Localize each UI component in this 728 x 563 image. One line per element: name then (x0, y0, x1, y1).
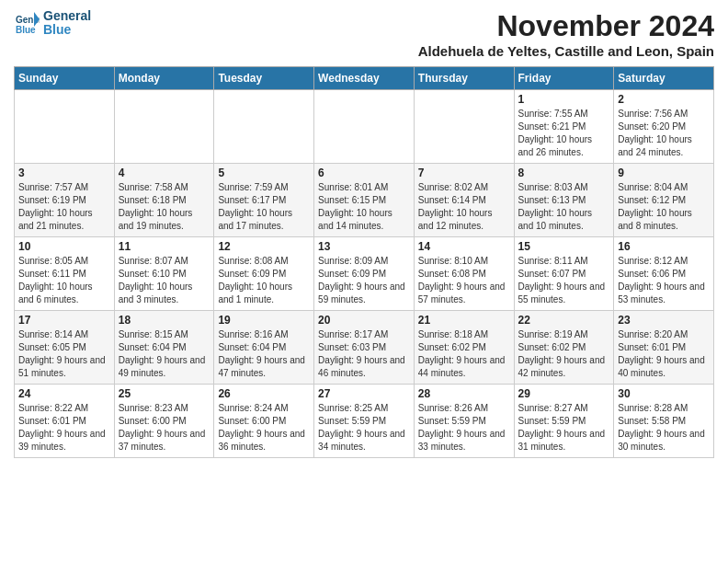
day-info: Sunrise: 8:18 AM Sunset: 6:02 PM Dayligh… (418, 328, 510, 380)
day-number: 30 (618, 387, 710, 400)
day-number: 22 (518, 314, 610, 327)
calendar-cell: 20Sunrise: 8:17 AM Sunset: 6:03 PM Dayli… (314, 311, 415, 385)
weekday-header-thursday: Thursday (414, 67, 514, 90)
weekday-header-sunday: Sunday (15, 67, 115, 90)
day-info: Sunrise: 8:15 AM Sunset: 6:04 PM Dayligh… (119, 328, 210, 380)
day-info: Sunrise: 7:57 AM Sunset: 6:19 PM Dayligh… (18, 181, 110, 233)
day-number: 14 (418, 240, 510, 253)
calendar-cell: 19Sunrise: 8:16 AM Sunset: 6:04 PM Dayli… (214, 311, 314, 385)
calendar-cell: 2Sunrise: 7:56 AM Sunset: 6:20 PM Daylig… (614, 90, 714, 164)
day-info: Sunrise: 8:09 AM Sunset: 6:09 PM Dayligh… (318, 255, 410, 306)
day-info: Sunrise: 8:05 AM Sunset: 6:11 PM Dayligh… (18, 255, 110, 306)
day-number: 5 (218, 167, 310, 179)
calendar-cell: 8Sunrise: 8:03 AM Sunset: 6:13 PM Daylig… (514, 164, 614, 237)
day-info: Sunrise: 8:22 AM Sunset: 6:01 PM Dayligh… (18, 402, 110, 454)
day-number: 20 (318, 314, 410, 327)
day-number: 23 (618, 314, 710, 327)
day-number: 21 (418, 314, 510, 327)
calendar-cell: 26Sunrise: 8:24 AM Sunset: 6:00 PM Dayli… (214, 385, 314, 458)
calendar-cell: 30Sunrise: 8:28 AM Sunset: 5:58 PM Dayli… (614, 385, 714, 458)
calendar-cell: 7Sunrise: 8:02 AM Sunset: 6:14 PM Daylig… (414, 164, 514, 237)
calendar-cell: 22Sunrise: 8:19 AM Sunset: 6:02 PM Dayli… (514, 311, 614, 385)
weekday-header-saturday: Saturday (614, 67, 714, 90)
calendar-cell: 27Sunrise: 8:25 AM Sunset: 5:59 PM Dayli… (314, 385, 415, 458)
day-info: Sunrise: 8:02 AM Sunset: 6:14 PM Dayligh… (418, 181, 510, 233)
calendar-cell: 10Sunrise: 8:05 AM Sunset: 6:11 PM Dayli… (15, 237, 115, 311)
day-info: Sunrise: 8:01 AM Sunset: 6:15 PM Dayligh… (318, 181, 410, 233)
day-info: Sunrise: 8:03 AM Sunset: 6:13 PM Dayligh… (518, 181, 610, 233)
day-info: Sunrise: 8:14 AM Sunset: 6:05 PM Dayligh… (18, 328, 110, 380)
day-info: Sunrise: 8:12 AM Sunset: 6:06 PM Dayligh… (618, 255, 710, 306)
weekday-header-tuesday: Tuesday (214, 67, 314, 90)
day-info: Sunrise: 8:10 AM Sunset: 6:08 PM Dayligh… (418, 255, 510, 306)
day-number: 2 (618, 93, 710, 106)
calendar-cell: 25Sunrise: 8:23 AM Sunset: 6:00 PM Dayli… (114, 385, 214, 458)
calendar-cell (414, 90, 514, 164)
logo: General Blue General Blue (14, 9, 91, 38)
day-number: 10 (18, 240, 110, 253)
day-number: 16 (618, 240, 710, 253)
weekday-header-monday: Monday (114, 67, 214, 90)
day-number: 1 (518, 93, 610, 106)
logo-icon: General Blue (14, 10, 40, 36)
calendar-cell: 1Sunrise: 7:55 AM Sunset: 6:21 PM Daylig… (514, 90, 614, 164)
day-info: Sunrise: 8:17 AM Sunset: 6:03 PM Dayligh… (318, 328, 410, 380)
day-info: Sunrise: 8:23 AM Sunset: 6:00 PM Dayligh… (119, 402, 210, 454)
day-number: 8 (518, 167, 610, 179)
calendar-table: SundayMondayTuesdayWednesdayThursdayFrid… (14, 66, 714, 458)
day-number: 6 (318, 167, 410, 179)
calendar-cell: 4Sunrise: 7:58 AM Sunset: 6:18 PM Daylig… (114, 164, 214, 237)
calendar-cell (214, 90, 314, 164)
calendar-cell: 3Sunrise: 7:57 AM Sunset: 6:19 PM Daylig… (15, 164, 115, 237)
day-info: Sunrise: 8:24 AM Sunset: 6:00 PM Dayligh… (218, 402, 310, 454)
day-info: Sunrise: 8:28 AM Sunset: 5:58 PM Dayligh… (618, 402, 710, 454)
calendar-cell (15, 90, 115, 164)
calendar-cell: 6Sunrise: 8:01 AM Sunset: 6:15 PM Daylig… (314, 164, 415, 237)
calendar-cell: 15Sunrise: 8:11 AM Sunset: 6:07 PM Dayli… (514, 237, 614, 311)
day-number: 29 (518, 387, 610, 400)
day-info: Sunrise: 7:59 AM Sunset: 6:17 PM Dayligh… (218, 181, 310, 233)
calendar-cell: 29Sunrise: 8:27 AM Sunset: 5:59 PM Dayli… (514, 385, 614, 458)
month-title: November 2024 (418, 9, 714, 43)
logo-text: General Blue (43, 9, 91, 38)
day-info: Sunrise: 8:19 AM Sunset: 6:02 PM Dayligh… (518, 328, 610, 380)
day-number: 17 (18, 314, 110, 327)
day-info: Sunrise: 8:04 AM Sunset: 6:12 PM Dayligh… (618, 181, 710, 233)
day-number: 9 (618, 167, 710, 179)
day-number: 4 (119, 167, 210, 179)
day-info: Sunrise: 8:08 AM Sunset: 6:09 PM Dayligh… (218, 255, 310, 306)
calendar-cell (314, 90, 415, 164)
day-info: Sunrise: 8:20 AM Sunset: 6:01 PM Dayligh… (618, 328, 710, 380)
day-info: Sunrise: 8:27 AM Sunset: 5:59 PM Dayligh… (518, 402, 610, 454)
day-number: 12 (218, 240, 310, 253)
calendar-cell: 14Sunrise: 8:10 AM Sunset: 6:08 PM Dayli… (414, 237, 514, 311)
calendar-cell: 12Sunrise: 8:08 AM Sunset: 6:09 PM Dayli… (214, 237, 314, 311)
day-number: 11 (119, 240, 210, 253)
day-info: Sunrise: 7:58 AM Sunset: 6:18 PM Dayligh… (119, 181, 210, 233)
day-number: 26 (218, 387, 310, 400)
calendar-cell: 24Sunrise: 8:22 AM Sunset: 6:01 PM Dayli… (15, 385, 115, 458)
day-info: Sunrise: 8:26 AM Sunset: 5:59 PM Dayligh… (418, 402, 510, 454)
day-info: Sunrise: 7:56 AM Sunset: 6:20 PM Dayligh… (618, 108, 710, 159)
day-number: 25 (119, 387, 210, 400)
calendar-cell: 17Sunrise: 8:14 AM Sunset: 6:05 PM Dayli… (15, 311, 115, 385)
calendar-cell: 28Sunrise: 8:26 AM Sunset: 5:59 PM Dayli… (414, 385, 514, 458)
day-number: 27 (318, 387, 410, 400)
day-number: 18 (119, 314, 210, 327)
day-info: Sunrise: 8:11 AM Sunset: 6:07 PM Dayligh… (518, 255, 610, 306)
calendar-cell: 23Sunrise: 8:20 AM Sunset: 6:01 PM Dayli… (614, 311, 714, 385)
calendar-cell: 11Sunrise: 8:07 AM Sunset: 6:10 PM Dayli… (114, 237, 214, 311)
day-number: 28 (418, 387, 510, 400)
calendar-cell: 16Sunrise: 8:12 AM Sunset: 6:06 PM Dayli… (614, 237, 714, 311)
day-number: 7 (418, 167, 510, 179)
calendar-cell: 18Sunrise: 8:15 AM Sunset: 6:04 PM Dayli… (114, 311, 214, 385)
day-number: 24 (18, 387, 110, 400)
day-number: 19 (218, 314, 310, 327)
calendar-cell (114, 90, 214, 164)
day-info: Sunrise: 8:16 AM Sunset: 6:04 PM Dayligh… (218, 328, 310, 380)
weekday-header-friday: Friday (514, 67, 614, 90)
title-section: November 2024 Aldehuela de Yeltes, Casti… (418, 9, 714, 59)
day-info: Sunrise: 8:25 AM Sunset: 5:59 PM Dayligh… (318, 402, 410, 454)
day-info: Sunrise: 7:55 AM Sunset: 6:21 PM Dayligh… (518, 108, 610, 159)
day-number: 3 (18, 167, 110, 179)
